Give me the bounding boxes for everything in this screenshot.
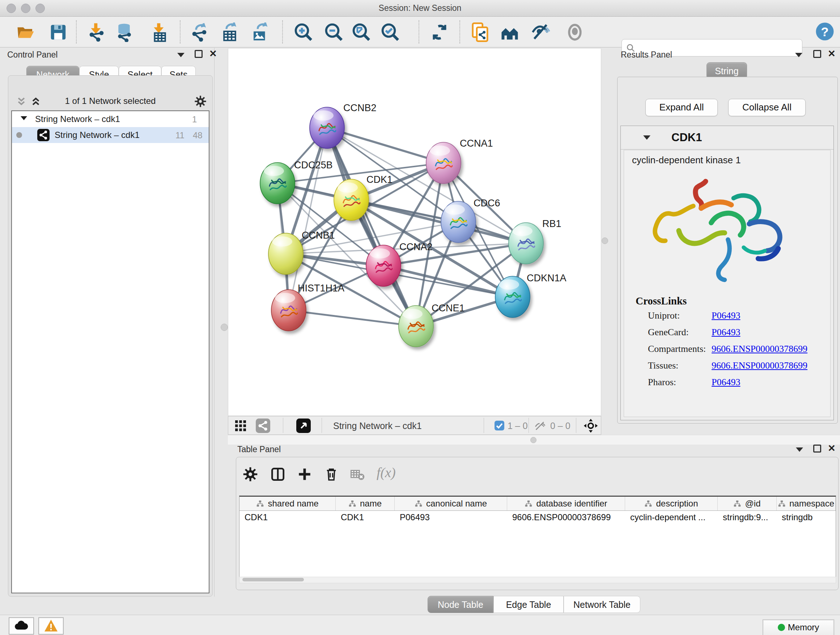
network-node-CDK1[interactable] — [334, 179, 369, 220]
table-cell[interactable]: P06493 — [395, 511, 507, 524]
zoom-selected-icon[interactable] — [381, 22, 400, 42]
selected-checkbox-icon[interactable] — [494, 421, 504, 432]
table-cell[interactable]: cyclin-dependent ... — [625, 511, 718, 524]
panel-float-icon[interactable] — [813, 50, 821, 58]
panel-menu-icon[interactable] — [795, 53, 802, 57]
tree-expand-icon[interactable] — [21, 116, 27, 120]
cloud-button[interactable] — [9, 617, 34, 635]
table-settings-gear-icon[interactable] — [243, 467, 259, 483]
table-horizontal-scrollbar[interactable] — [239, 577, 836, 583]
import-table-icon[interactable] — [150, 22, 169, 42]
network-edge[interactable] — [289, 310, 416, 326]
hide-eye-icon[interactable] — [531, 22, 551, 42]
save-session-icon[interactable] — [49, 22, 68, 42]
export-network-icon[interactable] — [189, 22, 209, 42]
network-collection-row[interactable]: String Network – cdk1 1 — [12, 111, 209, 127]
sort-tree-icon[interactable] — [348, 500, 356, 507]
home-icon[interactable] — [500, 22, 519, 42]
delete-column-trash-icon[interactable] — [324, 467, 340, 483]
panel-float-icon[interactable] — [813, 445, 821, 453]
import-network-database-icon[interactable] — [114, 22, 134, 42]
table-cell[interactable]: CDK1 — [336, 511, 395, 524]
panel-close-icon[interactable]: ✕ — [209, 50, 217, 57]
tab-node-table[interactable]: Node Table — [428, 596, 493, 613]
clear-table-icon[interactable] — [350, 467, 366, 483]
network-node-RB1[interactable] — [508, 223, 543, 264]
birdseye-view-icon[interactable] — [296, 418, 311, 434]
column-header-canonical-name[interactable]: canonical name — [395, 497, 507, 510]
crosslink-link[interactable]: P06493 — [712, 377, 740, 388]
scrollbar-thumb[interactable] — [242, 578, 304, 581]
grid-view-icon[interactable] — [234, 419, 247, 434]
splitter-handle[interactable] — [531, 437, 537, 443]
column-header-description[interactable]: description — [625, 497, 718, 510]
export-image-icon[interactable] — [250, 22, 270, 42]
node-table[interactable]: shared namenamecanonical namedatabase id… — [239, 496, 836, 577]
panel-menu-icon[interactable] — [177, 53, 185, 57]
help-icon[interactable]: ? — [815, 21, 834, 41]
columns-icon[interactable] — [270, 467, 286, 483]
table-cell[interactable]: stringdb:9... — [718, 511, 777, 524]
network-edge[interactable] — [327, 128, 444, 163]
crosslink-link[interactable]: 9606.ENSP00000378699 — [712, 360, 807, 371]
network-share-icon[interactable] — [256, 418, 270, 434]
crosslink-link[interactable]: P06493 — [712, 310, 740, 321]
network-canvas[interactable]: CCNB2CCNA1CDC25BCDK1CDC6RB1CCNB1CCNA2CDK… — [228, 48, 601, 416]
gene-section-header[interactable]: CDK1 — [621, 126, 834, 149]
memory-button[interactable]: Memory — [763, 619, 834, 635]
add-column-icon[interactable] — [297, 467, 313, 483]
network-row[interactable]: String Network – cdk1 11 48 — [12, 127, 209, 143]
left-splitter-handle[interactable] — [221, 324, 228, 331]
refresh-icon[interactable] — [430, 22, 449, 42]
column-header--id[interactable]: @id — [718, 497, 777, 510]
network-node-CCNE1[interactable] — [399, 306, 433, 347]
sort-tree-icon[interactable] — [644, 500, 652, 507]
network-node-CDKN1A[interactable] — [495, 276, 530, 318]
show-eye-icon[interactable] — [565, 22, 584, 42]
zoom-out-icon[interactable] — [324, 22, 344, 42]
network-node-HIST1H1A[interactable] — [271, 290, 306, 331]
network-edge[interactable] — [327, 128, 416, 326]
table-cell[interactable]: 9606.ENSP00000378699 — [507, 511, 625, 524]
network-node-CCNA2[interactable] — [366, 245, 401, 287]
sort-tree-icon[interactable] — [733, 500, 741, 507]
zoom-fit-icon[interactable] — [352, 22, 371, 42]
crosslink-link[interactable]: 9606.ENSP00000378699 — [712, 344, 807, 355]
tab-network-table[interactable]: Network Table — [564, 596, 640, 613]
table-row[interactable]: CDK1CDK1P064939606.ENSP00000378699cyclin… — [240, 511, 836, 524]
column-header-namespace[interactable]: namespace — [777, 497, 836, 510]
export-table-icon[interactable] — [220, 22, 240, 42]
network-node-CDC6[interactable] — [441, 201, 476, 242]
warning-button[interactable] — [38, 617, 64, 635]
network-node-CCNB1[interactable] — [268, 233, 303, 274]
zoom-in-icon[interactable] — [294, 22, 313, 42]
panel-close-icon[interactable]: ✕ — [828, 50, 836, 57]
sort-tree-icon[interactable] — [778, 500, 786, 507]
gear-icon[interactable] — [194, 95, 207, 109]
table-cell[interactable]: CDK1 — [240, 511, 336, 524]
collapse-all-button[interactable]: Collapse All — [728, 99, 806, 116]
network-node-CDC25B[interactable] — [260, 163, 295, 204]
sort-tree-icon[interactable] — [524, 500, 532, 507]
import-network-file-icon[interactable] — [87, 22, 106, 42]
column-header-name[interactable]: name — [336, 497, 395, 510]
panel-float-icon[interactable] — [195, 50, 202, 58]
panel-menu-icon[interactable] — [796, 448, 803, 452]
expand-all-button[interactable]: Expand All — [645, 99, 718, 116]
table-cell[interactable]: stringdb — [777, 511, 836, 524]
crosslink-link[interactable]: P06493 — [712, 327, 740, 338]
network-node-CCNB2[interactable] — [309, 107, 344, 149]
annotation-icon[interactable] — [470, 22, 490, 42]
tab-edge-table[interactable]: Edge Table — [493, 596, 564, 613]
fit-content-move-icon[interactable] — [583, 418, 598, 435]
panel-close-icon[interactable]: ✕ — [828, 445, 836, 452]
function-builder-icon[interactable]: f(x) — [377, 464, 409, 480]
string-network-graph[interactable]: CCNB2CCNA1CDC25BCDK1CDC6RB1CCNB1CCNA2CDK… — [228, 49, 601, 416]
network-node-CCNA1[interactable] — [426, 142, 461, 184]
sort-tree-icon[interactable] — [256, 500, 264, 507]
column-header-database-identifier[interactable]: database identifier — [507, 497, 625, 510]
sort-tree-icon[interactable] — [415, 500, 423, 507]
right-splitter-handle[interactable] — [602, 238, 608, 244]
column-header-shared-name[interactable]: shared name — [240, 497, 336, 510]
open-session-icon[interactable] — [16, 22, 35, 42]
